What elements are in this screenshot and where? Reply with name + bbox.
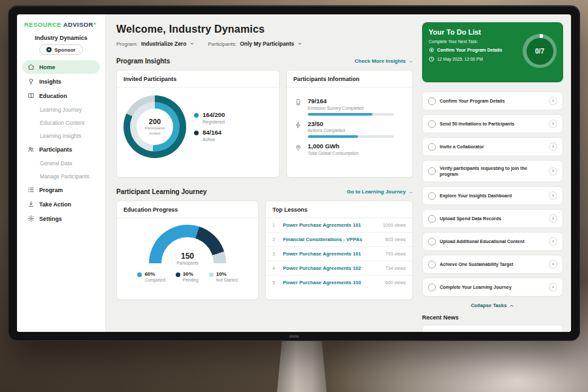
- task-label: Confirm Your Program Details: [440, 98, 545, 104]
- sidebar-item-insights[interactable]: Insights: [22, 74, 100, 88]
- chevron-right-icon[interactable]: ›: [549, 214, 557, 223]
- chevron-down-icon: [297, 41, 302, 46]
- section-title: Participant Learning Journey: [116, 188, 206, 195]
- desk-background: RESOURCE ADVISOR+ Industry Dynamics Spon…: [0, 0, 588, 392]
- stat-row: 23/50 Actions Completed: [295, 120, 404, 139]
- lesson-views: 803 views: [385, 237, 406, 242]
- check-more-insights-link[interactable]: Check More Insights →: [355, 58, 413, 64]
- collapse-tasks-link[interactable]: Collapse Tasks: [422, 302, 563, 308]
- nav-label: Settings: [39, 216, 62, 222]
- dashboard-screen: RESOURCE ADVISOR+ Industry Dynamics Spon…: [17, 14, 571, 332]
- sidebar-item-home[interactable]: Home: [22, 60, 100, 74]
- lesson-row[interactable]: 3 Power Purchase Agreements 101 793 view…: [266, 247, 412, 261]
- nav-label: Program: [39, 187, 63, 193]
- task-label: Invite a Collaborator: [440, 144, 545, 150]
- invited-donut-chart: 200 Participants Invited: [123, 95, 186, 158]
- stat-label: Actions Completed: [308, 128, 394, 133]
- sidebar-item-education-content[interactable]: Education Content: [22, 116, 100, 129]
- legend-value: 164/200: [203, 112, 225, 119]
- chevron-right-icon[interactable]: ›: [549, 283, 557, 291]
- chevron-right-icon[interactable]: ›: [549, 260, 557, 269]
- lesson-link[interactable]: Financial Considerations - VPPAs: [283, 237, 380, 242]
- task-row-complete-learning-journey[interactable]: Complete Your Learning Journey ›: [422, 278, 563, 297]
- stat-label: Emission Survey Completed: [308, 106, 394, 110]
- main-content: Welcome, Industry Dynamics Program: Indu…: [106, 14, 421, 332]
- gauge-center-label: Participants: [149, 261, 226, 265]
- program-label: Program:: [116, 41, 138, 47]
- sponsor-label: Sponsor: [54, 47, 75, 53]
- sidebar-item-learning-insights[interactable]: Learning Insights: [22, 129, 100, 142]
- task-row-upload-educational-content[interactable]: Upload Additional Educational Content ›: [422, 232, 563, 251]
- checkbox-icon[interactable]: [428, 192, 436, 200]
- lesson-rank: 2: [272, 237, 278, 242]
- sponsor-badge[interactable]: Sponsor: [39, 44, 82, 55]
- lesson-link[interactable]: Power Purchase Agreements 102: [283, 265, 380, 271]
- chevron-right-icon[interactable]: ›: [549, 237, 557, 246]
- program-insights-cards: Invited Participants 200 Participants In…: [116, 70, 413, 178]
- program-value: Industrialize Zero: [141, 41, 186, 47]
- sidebar-item-education[interactable]: Education: [22, 89, 100, 103]
- chevron-right-icon[interactable]: ›: [549, 120, 557, 128]
- checkbox-icon[interactable]: [428, 261, 436, 269]
- nav-label: Education: [39, 93, 67, 99]
- lesson-row[interactable]: 5 Power Purchase Agreements 103 600 view…: [266, 276, 412, 289]
- lesson-row[interactable]: 4 Power Purchase Agreements 102 734 view…: [266, 261, 412, 276]
- lesson-row[interactable]: 1 Power Purchase Agreements 101 1000 vie…: [266, 218, 412, 233]
- lesson-views: 600 views: [385, 280, 406, 285]
- sidebar-item-participants[interactable]: Participants: [22, 142, 100, 156]
- participants-label: Participants:: [208, 41, 237, 47]
- sidebar-item-program[interactable]: Program: [22, 183, 100, 197]
- lesson-link[interactable]: Power Purchase Agreements 103: [283, 280, 380, 286]
- task-row-upload-spend-data[interactable]: Upload Spend Data Records ›: [422, 209, 563, 228]
- card-title: Participants Information: [287, 71, 412, 88]
- checkbox-icon[interactable]: [428, 238, 436, 246]
- clock-icon: [429, 56, 434, 62]
- monitor-logo: [289, 335, 299, 338]
- brand-part2: ADVISOR: [63, 21, 93, 28]
- education-gauge-chart: 150 Participants: [149, 225, 226, 263]
- participants-dropdown[interactable]: Participants: Only My Participants: [208, 41, 302, 47]
- checkbox-icon[interactable]: [428, 215, 436, 223]
- sidebar: RESOURCE ADVISOR+ Industry Dynamics Spon…: [17, 14, 106, 332]
- task-label: Complete Your Learning Journey: [440, 284, 545, 290]
- checkbox-icon[interactable]: [428, 167, 436, 175]
- task-row-send-invitations[interactable]: Send 50 Invitations to Participants ›: [422, 114, 563, 133]
- task-row-explore-insights[interactable]: Explore Your Insights Dashboard ›: [422, 186, 563, 205]
- chevron-right-icon[interactable]: ›: [549, 97, 557, 105]
- checkbox-icon[interactable]: [428, 97, 436, 105]
- lesson-link[interactable]: Power Purchase Agreements 101: [283, 222, 378, 228]
- task-row-achieve-target[interactable]: Achieve One Sustainability Target ›: [422, 255, 563, 274]
- legend-value: 60%: [144, 271, 155, 277]
- task-row-confirm-program[interactable]: Confirm Your Program Details ›: [422, 91, 563, 110]
- checkbox-icon[interactable]: [428, 143, 436, 151]
- top-lessons-card: Top Lessons 1 Power Purchase Agreements …: [265, 201, 413, 300]
- chevron-right-icon[interactable]: ›: [549, 191, 557, 200]
- legend-label: Not Started: [216, 278, 238, 282]
- sidebar-item-general-data[interactable]: General Data: [22, 157, 100, 169]
- chevron-right-icon[interactable]: ›: [549, 142, 557, 151]
- go-to-learning-journey-link[interactable]: Go to Learning Journey →: [347, 189, 413, 195]
- todo-progress-value: 0/7: [527, 38, 553, 65]
- sidebar-item-manage-participants[interactable]: Manage Participants: [22, 170, 100, 182]
- book-icon: [27, 92, 35, 99]
- chevron-right-icon[interactable]: ›: [549, 167, 557, 176]
- sidebar-item-learning-journey[interactable]: Learning Journey: [22, 103, 100, 116]
- program-dropdown[interactable]: Program: Industrialize Zero: [116, 41, 195, 47]
- legend-item: 164/200 Registered: [194, 112, 225, 124]
- page-title: Welcome, Industry Dynamics: [116, 24, 413, 35]
- nav-label: Participants: [39, 146, 72, 153]
- legend-value: 10%: [216, 271, 227, 277]
- lesson-link[interactable]: Power Purchase Agreements 101: [283, 251, 380, 257]
- legend-dot-registered: [194, 113, 199, 118]
- lesson-row[interactable]: 2 Financial Considerations - VPPAs 803 v…: [266, 233, 412, 247]
- sidebar-item-settings[interactable]: Settings: [22, 212, 100, 225]
- people-icon: [27, 146, 35, 153]
- legend-dot-pending: [176, 272, 180, 277]
- task-row-invite-collaborator[interactable]: Invite a Collaborator ›: [422, 137, 563, 156]
- gauge-center-value: 150: [149, 252, 226, 261]
- sidebar-item-take-action[interactable]: Take Action: [22, 197, 100, 211]
- checkbox-icon[interactable]: [428, 284, 436, 291]
- stat-value: 23/50: [308, 120, 394, 127]
- task-row-verify-participants[interactable]: Verify participants requesting to join t…: [422, 160, 563, 182]
- checkbox-icon[interactable]: [428, 120, 436, 128]
